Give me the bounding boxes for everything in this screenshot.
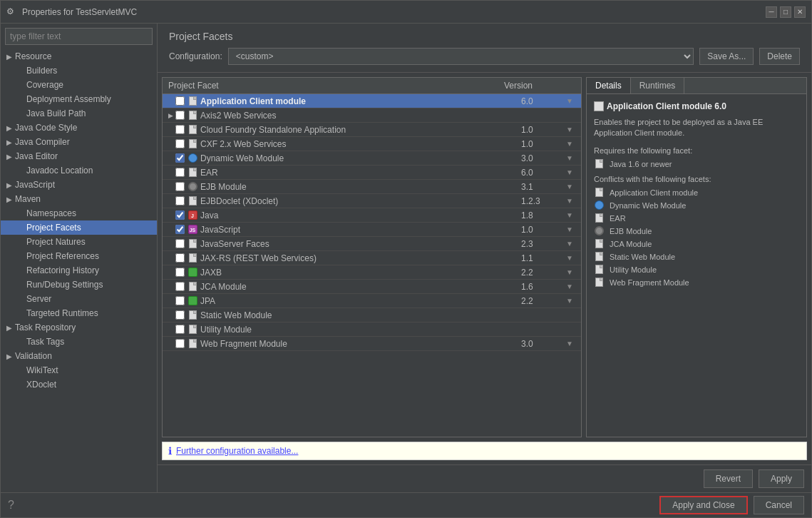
facet-checkbox[interactable]: [175, 282, 185, 291]
facet-row[interactable]: Web Fragment Module3.0▼: [163, 337, 581, 351]
version-dropdown-arrow[interactable]: ▼: [564, 225, 575, 233]
version-dropdown-arrow[interactable]: ▼: [564, 168, 575, 176]
facet-checkbox[interactable]: [175, 296, 185, 305]
sidebar-item-project-facets[interactable]: Project Facets: [1, 220, 157, 235]
sidebar-item-refactoring-history[interactable]: Refactoring History: [1, 263, 157, 278]
facet-row[interactable]: Utility Module: [163, 323, 581, 337]
sidebar-item-project-references[interactable]: Project References: [1, 249, 157, 263]
version-dropdown-arrow[interactable]: ▼: [564, 197, 575, 205]
facet-row[interactable]: EJB Module3.1▼: [163, 180, 581, 194]
sidebar-item-javascript[interactable]: ▶JavaScript: [1, 178, 157, 192]
facet-checkbox[interactable]: [175, 268, 185, 277]
cancel-button[interactable]: Cancel: [754, 496, 804, 514]
facet-checkbox[interactable]: [175, 253, 185, 263]
version-dropdown-arrow[interactable]: ▼: [564, 154, 575, 162]
sidebar-item-java-editor[interactable]: ▶Java Editor: [1, 149, 157, 163]
facet-checkbox[interactable]: [175, 168, 185, 177]
sidebar-item-maven[interactable]: ▶Maven: [1, 192, 157, 206]
facet-checkbox[interactable]: [175, 96, 185, 106]
version-dropdown-arrow[interactable]: ▼: [564, 240, 575, 248]
sidebar-item-project-natures[interactable]: Project Natures: [1, 235, 157, 249]
facet-checkbox[interactable]: [175, 111, 185, 120]
sidebar-item-validation[interactable]: ▶Validation: [1, 349, 157, 363]
facet-row[interactable]: JAX-RS (REST Web Services)1.1▼: [163, 251, 581, 265]
facet-name: Dynamic Web Module: [200, 153, 521, 163]
filter-input[interactable]: [5, 28, 153, 45]
version-dropdown-arrow[interactable]: ▼: [564, 183, 575, 191]
page-icon: [594, 265, 604, 275]
facet-row[interactable]: CXF 2.x Web Services1.0▼: [163, 137, 581, 151]
version-dropdown-arrow[interactable]: ▼: [564, 268, 575, 276]
maximize-button[interactable]: □: [780, 6, 791, 18]
sidebar-item-java-code-style[interactable]: ▶Java Code Style: [1, 121, 157, 135]
bottom-bar: Revert Apply: [158, 464, 811, 492]
sidebar-item-java-build-path[interactable]: Java Build Path: [1, 106, 157, 121]
facet-checkbox[interactable]: [175, 339, 185, 348]
version-dropdown-arrow[interactable]: ▼: [564, 140, 575, 148]
delete-button[interactable]: Delete: [759, 48, 800, 65]
facet-row[interactable]: JAXB2.2▼: [163, 265, 581, 280]
version-dropdown-arrow[interactable]: ▼: [564, 254, 575, 262]
facet-row[interactable]: EJBDoclet (XDoclet)1.2.3▼: [163, 194, 581, 208]
apply-and-close-button[interactable]: Apply and Close: [659, 496, 747, 514]
sidebar-item-run-debug-settings[interactable]: Run/Debug Settings: [1, 278, 157, 292]
facet-row[interactable]: Cloud Foundry Standalone Application1.0▼: [163, 123, 581, 137]
sidebar-item-targeted-runtimes[interactable]: Targeted Runtimes: [1, 306, 157, 320]
facet-checkbox[interactable]: [175, 139, 185, 148]
facet-checkbox[interactable]: [175, 239, 185, 248]
sidebar-item-xdoclet[interactable]: XDoclet: [1, 377, 157, 392]
sidebar-item-task-repository[interactable]: ▶Task Repository: [1, 320, 157, 335]
sidebar-item-builders[interactable]: Builders: [1, 64, 157, 78]
version-dropdown-arrow[interactable]: ▼: [564, 297, 575, 305]
sidebar-item-resource[interactable]: ▶Resource: [1, 49, 157, 64]
sidebar-item-java-compiler[interactable]: ▶Java Compiler: [1, 135, 157, 149]
save-as-button[interactable]: Save As...: [699, 48, 754, 65]
facet-row[interactable]: JPA2.2▼: [163, 294, 581, 308]
close-button[interactable]: ✕: [794, 6, 806, 18]
minimize-button[interactable]: ─: [766, 6, 777, 18]
details-tab-runtimes[interactable]: Runtimes: [631, 78, 685, 93]
revert-button[interactable]: Revert: [704, 469, 753, 488]
facet-checkbox[interactable]: [175, 325, 185, 334]
facet-row[interactable]: JavaServer Faces2.3▼: [163, 237, 581, 251]
apply-button[interactable]: Apply: [759, 469, 804, 488]
facets-table-body[interactable]: Application Client module6.0▼▶Axis2 Web …: [163, 94, 581, 437]
facet-row[interactable]: Static Web Module: [163, 308, 581, 323]
sidebar-item-label: Project Natures: [26, 237, 86, 247]
version-dropdown-arrow[interactable]: ▼: [564, 283, 575, 290]
facet-row[interactable]: Application Client module6.0▼: [163, 94, 581, 108]
version-dropdown-arrow[interactable]: ▼: [564, 126, 575, 133]
version-dropdown-arrow[interactable]: ▼: [564, 340, 575, 347]
further-config-link[interactable]: Further configuration available...: [176, 446, 298, 456]
facet-row[interactable]: JCA Module1.6▼: [163, 280, 581, 294]
version-dropdown-arrow[interactable]: ▼: [564, 97, 575, 105]
facet-checkbox[interactable]: [175, 125, 185, 134]
facet-row[interactable]: Dynamic Web Module3.0▼: [163, 151, 581, 166]
sidebar-item-wikitext[interactable]: WikiText: [1, 363, 157, 377]
facet-checkbox[interactable]: [175, 310, 185, 320]
facet-checkbox[interactable]: [175, 210, 185, 220]
version-dropdown-arrow[interactable]: ▼: [564, 211, 575, 219]
facet-row[interactable]: JJava1.8▼: [163, 208, 581, 223]
facet-checkbox[interactable]: [175, 196, 185, 205]
sidebar-item-task-tags[interactable]: Task Tags: [1, 335, 157, 349]
details-icon: [594, 101, 604, 111]
facet-checkbox[interactable]: [175, 182, 185, 191]
window-title: Properties for TestServletMVC: [22, 7, 766, 17]
sidebar-item-javadoc-location[interactable]: Javadoc Location: [1, 163, 157, 178]
sidebar-item-coverage[interactable]: Coverage: [1, 78, 157, 92]
facets-table: Project Facet Version Application Client…: [162, 77, 582, 437]
sidebar-item-label: Server: [26, 294, 51, 304]
sidebar-item-namespaces[interactable]: Namespaces: [1, 206, 157, 220]
details-tab-details[interactable]: Details: [587, 78, 631, 93]
facet-row[interactable]: EAR6.0▼: [163, 166, 581, 180]
facet-checkbox[interactable]: [175, 153, 185, 163]
sidebar-item-deployment-assembly[interactable]: Deployment Assembly: [1, 92, 157, 106]
sidebar-item-label: Refactoring History: [26, 265, 99, 275]
facet-checkbox[interactable]: [175, 225, 185, 234]
facet-row[interactable]: ▶Axis2 Web Services: [163, 108, 581, 123]
help-icon[interactable]: ?: [8, 499, 14, 512]
facet-row[interactable]: JSJavaScript1.0▼: [163, 223, 581, 237]
config-select[interactable]: <custom>: [228, 48, 694, 65]
sidebar-item-server[interactable]: Server: [1, 292, 157, 306]
